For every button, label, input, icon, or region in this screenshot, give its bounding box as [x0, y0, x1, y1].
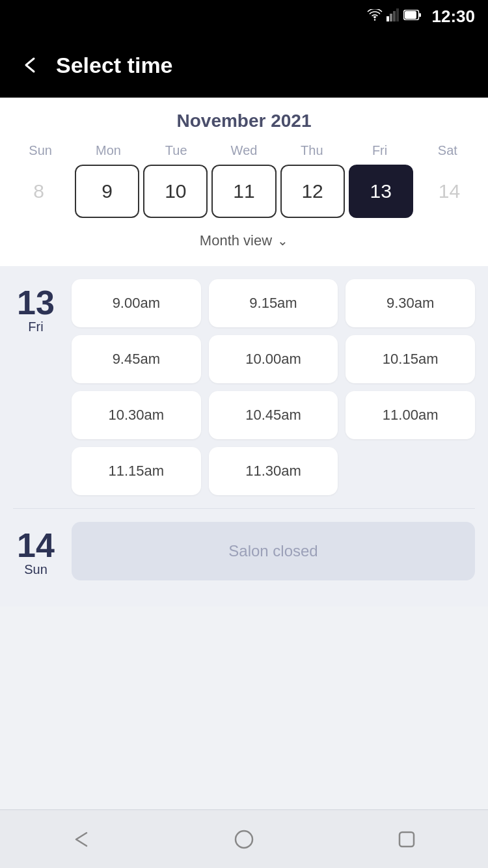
day-13-label: 13 Fri — [13, 279, 59, 495]
weekday-fri: Fri — [346, 143, 413, 158]
nav-home-button[interactable] — [232, 828, 256, 851]
slot-10-15am[interactable]: 10.15am — [346, 335, 475, 383]
weekday-row: Sun Mon Tue Wed Thu Fri Sat — [0, 143, 488, 158]
svg-rect-4 — [396, 8, 399, 21]
days-row: 8 9 10 11 12 13 14 — [0, 165, 488, 218]
divider — [13, 508, 475, 509]
day-12[interactable]: 12 — [280, 165, 345, 218]
slot-9-15am[interactable]: 9.15am — [209, 279, 338, 327]
battery-icon — [403, 10, 422, 23]
timeslots-section: 13 Fri 9.00am 9.15am 9.30am 9.45am 10.00… — [0, 266, 488, 606]
slot-11-15am[interactable]: 11.15am — [72, 447, 201, 495]
slot-9-30am[interactable]: 9.30am — [346, 279, 475, 327]
slot-11-00am[interactable]: 11.00am — [346, 391, 475, 439]
slot-10-00am[interactable]: 10.00am — [209, 335, 338, 383]
day-10[interactable]: 10 — [143, 165, 208, 218]
svg-point-0 — [373, 19, 375, 20]
day-13[interactable]: 13 — [349, 165, 413, 218]
day-14-label: 14 Sun — [13, 522, 59, 580]
svg-rect-9 — [400, 832, 414, 847]
back-button[interactable] — [20, 55, 40, 75]
weekday-wed: Wed — [210, 143, 278, 158]
svg-rect-7 — [419, 13, 421, 17]
page-title: Select time — [56, 53, 173, 78]
day-14[interactable]: 14 — [417, 165, 481, 218]
slot-10-30am[interactable]: 10.30am — [72, 391, 201, 439]
svg-rect-6 — [405, 11, 416, 19]
nav-recent-button[interactable] — [395, 828, 418, 851]
day-13-slots-grid: 9.00am 9.15am 9.30am 9.45am 10.00am 10.1… — [72, 279, 475, 495]
month-view-toggle[interactable]: Month view ⌄ — [0, 227, 488, 260]
weekday-thu: Thu — [278, 143, 346, 158]
day-14-number: 14 — [17, 528, 55, 562]
svg-rect-1 — [386, 16, 389, 21]
nav-back-button[interactable] — [70, 828, 93, 851]
slot-9-00am[interactable]: 9.00am — [72, 279, 201, 327]
svg-point-8 — [236, 831, 252, 848]
status-time: 12:30 — [432, 7, 476, 27]
status-bar: 12:30 — [0, 0, 488, 33]
day-13-block: 13 Fri 9.00am 9.15am 9.30am 9.45am 10.00… — [13, 279, 475, 495]
weekday-sun: Sun — [7, 143, 74, 158]
slot-11-30am[interactable]: 11.30am — [209, 447, 338, 495]
weekday-sat: Sat — [414, 143, 481, 158]
salon-closed-message: Salon closed — [72, 522, 475, 580]
bottom-nav — [0, 809, 488, 868]
day-13-number: 13 — [17, 286, 55, 319]
svg-rect-3 — [393, 11, 396, 21]
month-view-label: Month view — [200, 232, 272, 249]
day-9[interactable]: 9 — [75, 165, 139, 218]
day-14-name: Sun — [24, 562, 47, 577]
calendar-section: November 2021 Sun Mon Tue Wed Thu Fri Sa… — [0, 98, 488, 266]
day-13-name: Fri — [28, 319, 43, 334]
day-14-block: 14 Sun Salon closed — [13, 515, 475, 587]
slot-9-45am[interactable]: 9.45am — [72, 335, 201, 383]
wifi-icon — [367, 9, 383, 23]
header: Select time — [0, 33, 488, 98]
weekday-mon: Mon — [74, 143, 142, 158]
status-icons — [367, 8, 422, 24]
svg-rect-2 — [390, 14, 392, 21]
day-8[interactable]: 8 — [7, 165, 71, 218]
signal-icon — [386, 8, 400, 24]
slot-10-45am[interactable]: 10.45am — [209, 391, 338, 439]
chevron-down-icon: ⌄ — [277, 233, 288, 249]
day-11[interactable]: 11 — [211, 165, 276, 218]
weekday-tue: Tue — [142, 143, 210, 158]
month-label: November 2021 — [0, 111, 488, 131]
